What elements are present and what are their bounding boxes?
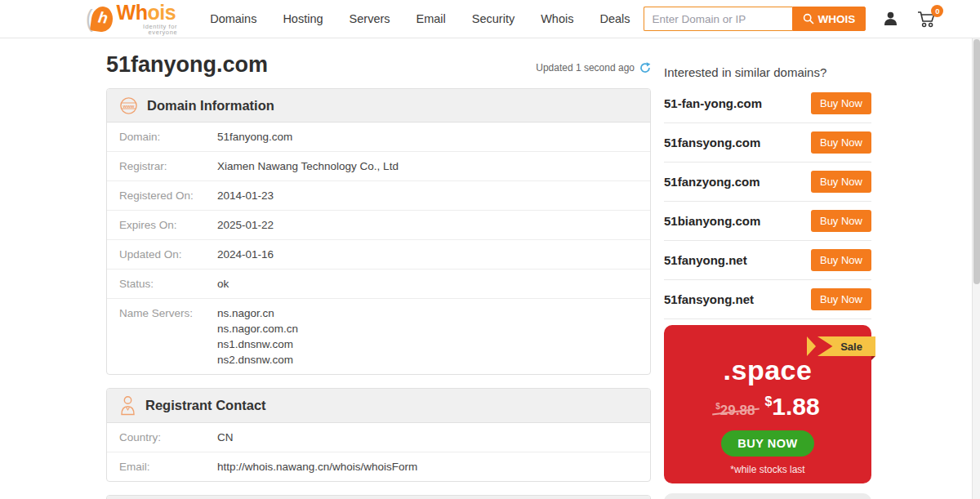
sale-ribbon-label: Sale xyxy=(817,336,875,356)
logo-brand-text: Whois xyxy=(117,1,176,24)
person-icon xyxy=(119,395,136,416)
similar-domain-row: 51fansyong.net Buy Now xyxy=(664,280,871,319)
sale-ribbon-arrow xyxy=(807,336,816,356)
nav-item-whois[interactable]: Whois xyxy=(528,12,586,25)
similar-domain-name: 51fanyong.net xyxy=(664,253,747,267)
promo-buy-now-button[interactable]: BUY NOW xyxy=(721,430,813,457)
similar-domain-row: 51fansyong.com Buy Now xyxy=(664,123,871,163)
updated-status: Updated 1 second ago xyxy=(536,62,651,78)
svg-text:www: www xyxy=(122,103,134,108)
contact-row-email: Email: http://whois.nawang.cn/whois/whoi… xyxy=(107,452,650,481)
buy-now-button[interactable]: Buy Now xyxy=(811,210,871,232)
main-nav: Domains Hosting Servers Email Security W… xyxy=(197,12,643,25)
info-row-updated-on: Updated On: 2024-01-16 xyxy=(107,240,650,270)
user-account-icon[interactable] xyxy=(884,11,898,26)
nav-item-deals[interactable]: Deals xyxy=(586,12,643,25)
info-row-domain: Domain: 51fanyong.com xyxy=(107,123,650,152)
similar-domain-name: 51bianyong.com xyxy=(664,214,760,228)
info-row-expires-on: Expires On: 2025-01-22 xyxy=(107,211,650,240)
scrollbar-thumb[interactable] xyxy=(973,39,980,284)
next-promo-card-partial xyxy=(664,493,871,499)
info-row-registered-on: Registered On: 2014-01-23 xyxy=(107,181,650,211)
contact-row-country: Country: CN xyxy=(107,423,650,452)
logo-tagline: Identity for everyone xyxy=(117,24,178,36)
nav-item-email[interactable]: Email xyxy=(403,12,459,25)
sale-ribbon-fold xyxy=(871,356,875,360)
panel-title: Registrant Contact xyxy=(145,398,266,413)
globe-www-icon: www xyxy=(119,96,138,115)
promo-old-price: $29.88 xyxy=(715,402,755,419)
nav-item-servers[interactable]: Servers xyxy=(336,12,403,25)
whois-logo-icon: h xyxy=(90,5,114,33)
similar-domain-row: 51fanzyong.com Buy Now xyxy=(664,163,871,202)
nav-item-hosting[interactable]: Hosting xyxy=(270,12,336,25)
info-row-status: Status: ok xyxy=(107,270,650,299)
scrollbar-track[interactable] xyxy=(972,0,980,499)
similar-domain-name: 51fansyong.com xyxy=(664,136,760,149)
domain-search: WHOIS xyxy=(644,7,866,31)
search-icon xyxy=(803,13,814,25)
cart-icon[interactable]: 0 xyxy=(917,11,937,28)
similar-domain-name: 51-fan-yong.com xyxy=(664,96,762,110)
promo-note: *while stocks last xyxy=(664,464,871,475)
buy-now-button[interactable]: Buy Now xyxy=(811,131,871,154)
sale-ribbon: Sale xyxy=(807,336,875,356)
refresh-icon[interactable] xyxy=(639,62,651,74)
whois-search-button[interactable]: WHOIS xyxy=(792,7,866,31)
registrant-contact-panel: Registrant Contact Country: CN Email: ht… xyxy=(106,388,651,482)
info-row-registrar: Registrar: Xiamen Nawang Technology Co.,… xyxy=(107,152,650,181)
similar-domain-row: 51bianyong.com Buy Now xyxy=(664,202,871,241)
page-title: 51fanyong.com xyxy=(106,52,268,78)
buy-now-button[interactable]: Buy Now xyxy=(811,92,871,114)
similar-domains-heading: Interested in similar domains? xyxy=(664,65,871,79)
administrative-contact-panel: Administrative Contact xyxy=(106,495,651,499)
buy-now-button[interactable]: Buy Now xyxy=(811,288,871,310)
whois-logo[interactable]: ( h Whois Identity for everyone xyxy=(86,2,177,36)
top-navigation-bar: ( h Whois Identity for everyone Domains … xyxy=(0,0,980,38)
buy-now-button[interactable]: Buy Now xyxy=(811,249,871,271)
panel-title: Domain Information xyxy=(147,98,274,114)
nav-item-domains[interactable]: Domains xyxy=(197,12,270,25)
whois-button-label: WHOIS xyxy=(818,13,856,25)
updated-text: Updated 1 second ago xyxy=(536,62,635,74)
domain-search-input[interactable] xyxy=(644,7,792,31)
similar-domain-row: 51fanyong.net Buy Now xyxy=(664,241,871,280)
similar-domain-row: 51-fan-yong.com Buy Now xyxy=(664,84,871,123)
info-row-name-servers: Name Servers: ns.nagor.cn ns.nagor.com.c… xyxy=(107,299,650,374)
similar-domain-name: 51fansyong.net xyxy=(664,292,754,306)
buy-now-button[interactable]: Buy Now xyxy=(811,171,871,193)
nav-item-security[interactable]: Security xyxy=(459,12,528,25)
cart-count-badge: 0 xyxy=(931,5,943,17)
similar-domain-name: 51fanzyong.com xyxy=(664,175,760,189)
promo-price: $1.88 xyxy=(764,393,819,421)
tld-promo-card: Sale .space $29.88 $1.88 BUY NOW *while … xyxy=(664,325,871,483)
domain-information-panel: www Domain Information Domain: 51fanyong… xyxy=(106,88,651,375)
